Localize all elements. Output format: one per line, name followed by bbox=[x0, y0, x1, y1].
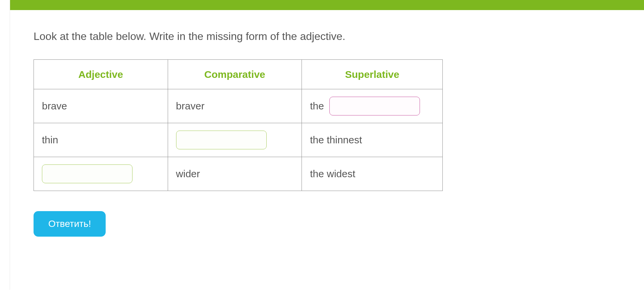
table-row: thin the thinnest bbox=[34, 123, 443, 157]
adjective-table: Adjective Comparative Superlative brave … bbox=[34, 59, 443, 191]
cell-superlative: the thinnest bbox=[302, 123, 443, 157]
superlative-prefix: the bbox=[310, 100, 324, 112]
header-comparative: Comparative bbox=[168, 60, 302, 89]
cell-comparative bbox=[168, 123, 302, 157]
exercise-content: Look at the table below. Write in the mi… bbox=[7, 10, 644, 250]
page-left-edge bbox=[0, 0, 9, 250]
table-row: wider the widest bbox=[34, 157, 443, 191]
cell-adjective: thin bbox=[34, 123, 168, 157]
cell-superlative: the widest bbox=[302, 157, 443, 191]
instruction-text: Look at the table below. Write in the mi… bbox=[34, 30, 617, 43]
comparative-input[interactable] bbox=[176, 131, 267, 149]
superlative-input[interactable] bbox=[329, 97, 420, 115]
answer-button[interactable]: Ответить! bbox=[34, 211, 106, 237]
cell-comparative: braver bbox=[168, 89, 302, 123]
cell-adjective bbox=[34, 157, 168, 191]
cell-adjective: brave bbox=[34, 89, 168, 123]
cell-superlative: the bbox=[302, 89, 443, 123]
header-adjective: Adjective bbox=[34, 60, 168, 89]
table-row: brave braver the bbox=[34, 89, 443, 123]
adjective-input[interactable] bbox=[42, 164, 132, 183]
top-header-bar bbox=[10, 0, 644, 10]
header-superlative: Superlative bbox=[302, 60, 443, 89]
cell-comparative: wider bbox=[168, 157, 302, 191]
